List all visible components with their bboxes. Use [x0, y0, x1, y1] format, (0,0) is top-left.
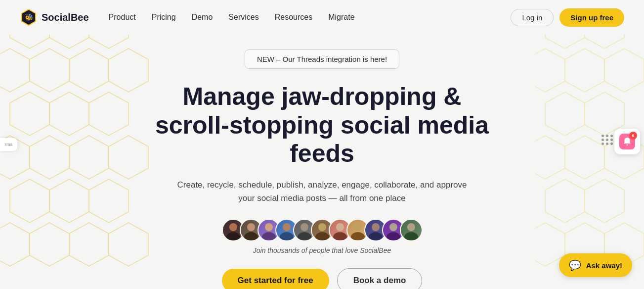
chat-label: Ask away!: [586, 261, 622, 270]
chat-icon: 💬: [569, 259, 581, 271]
svg-point-56: [389, 223, 397, 231]
notification-icon: 6: [619, 134, 635, 149]
nav-links: Product Pricing Demo Services Resources …: [109, 13, 511, 22]
nav-product[interactable]: Product: [109, 13, 136, 22]
hero-subtitle: Create, recycle, schedule, publish, anal…: [169, 178, 475, 205]
chat-widget[interactable]: 💬 Ask away!: [559, 253, 632, 277]
book-demo-button[interactable]: Book a demo: [337, 268, 423, 289]
svg-point-46: [301, 223, 308, 231]
svg-point-44: [283, 223, 291, 231]
signup-button[interactable]: Sign up free: [559, 8, 624, 27]
svg-point-50: [336, 223, 344, 231]
social-proof: Join thousands of people that love Socia…: [253, 246, 391, 254]
nav-actions: Log in Sign up free: [511, 8, 624, 27]
svg-point-42: [265, 223, 273, 231]
notification-widget[interactable]: 6: [614, 129, 640, 154]
svg-point-53: [351, 232, 365, 240]
svg-point-43: [262, 232, 276, 240]
hero-section: NEW – Our Threads integration is here! M…: [0, 35, 644, 289]
dot: [610, 143, 613, 145]
notification-badge: 6: [629, 132, 637, 140]
left-sidebar-notification: rms: [0, 138, 17, 151]
svg-point-57: [386, 232, 400, 240]
svg-point-47: [298, 232, 311, 240]
dot: [606, 135, 608, 137]
svg-point-52: [354, 223, 362, 231]
threads-banner[interactable]: NEW – Our Threads integration is here!: [245, 49, 399, 69]
svg-point-58: [407, 223, 415, 231]
svg-text:🐝: 🐝: [25, 13, 34, 22]
dot: [601, 143, 604, 145]
dot: [610, 139, 613, 141]
svg-point-51: [333, 232, 347, 240]
nav-demo[interactable]: Demo: [192, 13, 213, 22]
dots-grid: [601, 135, 613, 145]
svg-point-45: [280, 232, 294, 240]
nav-services[interactable]: Services: [228, 13, 258, 22]
avatar: [400, 219, 423, 241]
svg-point-41: [244, 232, 258, 240]
cta-row: Get started for free Book a demo: [222, 268, 423, 289]
avatar-row: [222, 219, 423, 241]
nav-migrate[interactable]: Migrate: [328, 13, 354, 22]
svg-point-54: [372, 223, 380, 231]
dot: [601, 135, 604, 137]
login-button[interactable]: Log in: [511, 9, 554, 26]
svg-point-40: [247, 223, 255, 231]
nav-resources[interactable]: Resources: [275, 13, 312, 22]
dot: [606, 139, 608, 141]
svg-point-59: [404, 232, 418, 240]
dot: [601, 139, 604, 141]
dot: [606, 143, 608, 145]
dot: [610, 135, 613, 137]
logo-text: SocialBee: [42, 12, 89, 23]
logo[interactable]: 🐝 SocialBee: [20, 8, 89, 26]
hero-title: Manage jaw-dropping & scroll-stopping so…: [149, 83, 495, 168]
svg-point-48: [318, 223, 326, 231]
get-started-button[interactable]: Get started for free: [222, 269, 329, 289]
svg-point-38: [229, 223, 237, 231]
svg-point-39: [226, 232, 240, 240]
svg-point-49: [315, 232, 329, 240]
logo-icon: 🐝: [20, 8, 38, 26]
svg-point-55: [369, 232, 383, 240]
navbar: 🐝 SocialBee Product Pricing Demo Service…: [0, 0, 644, 35]
nav-pricing[interactable]: Pricing: [152, 13, 176, 22]
